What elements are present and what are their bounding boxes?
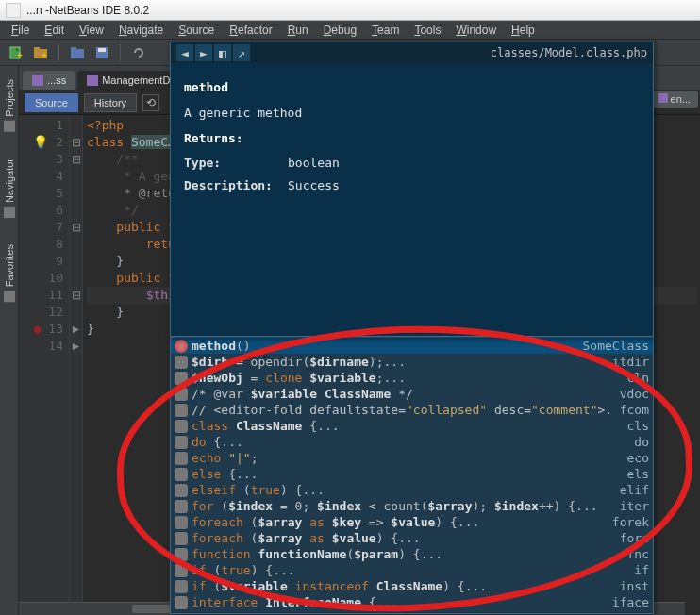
completion-item[interactable]: /* @var $variable ClassName */vdoc (171, 386, 653, 402)
menu-help[interactable]: Help (504, 22, 542, 39)
menu-team[interactable]: Team (364, 22, 407, 39)
window-titlebar[interactable]: ...n - NetBeans IDE 8.0.2 (0, 0, 700, 21)
template-icon (175, 468, 188, 481)
menu-view[interactable]: View (72, 22, 111, 39)
left-tool-window-bar: ProjectsNavigatorFavorites (0, 66, 19, 615)
completion-item[interactable]: class ClassName {...cls (171, 418, 653, 434)
tooltip-nav: ◄ ► ◧ ↗ classes/Model.class.php (171, 42, 653, 63)
completion-item[interactable]: function functionName($param) {...fnc (171, 546, 653, 562)
menu-run[interactable]: Run (280, 22, 316, 39)
undo-button[interactable] (128, 42, 149, 63)
completion-item[interactable]: if ($variable instanceof ClassName) {...… (171, 578, 653, 594)
tooltip-row-label: Description: (184, 176, 288, 196)
file-tab[interactable]: en... (651, 91, 698, 108)
tooltip-external-button[interactable]: ↗ (233, 44, 250, 61)
method-icon (175, 340, 188, 353)
svg-rect-6 (71, 47, 76, 50)
completion-item[interactable]: method()SomeClass (171, 338, 653, 354)
completion-item[interactable]: if (true) {...if (171, 562, 653, 578)
tooltip-row-value: Success (288, 176, 340, 196)
template-icon (175, 516, 188, 529)
tooltip-window-button[interactable]: ◧ (214, 44, 231, 61)
menu-file[interactable]: File (4, 22, 37, 39)
menu-source[interactable]: Source (171, 22, 222, 39)
save-all-button[interactable] (92, 42, 112, 63)
menu-bar: FileEditViewNavigateSourceRefactorRunDeb… (0, 21, 700, 40)
toolbar-separator (120, 44, 121, 61)
app-icon (6, 3, 21, 18)
svg-rect-3 (34, 47, 40, 50)
menu-window[interactable]: Window (448, 22, 504, 39)
svg-rect-5 (71, 49, 84, 58)
app-title: NetBeans IDE 8.0.2 (49, 4, 149, 17)
template-icon (175, 372, 188, 385)
template-icon (175, 580, 188, 593)
tooltip-back-button[interactable]: ◄ (176, 44, 193, 61)
tooltip-path: classes/Model.class.php (491, 46, 647, 59)
template-icon (175, 356, 188, 369)
template-icon (175, 596, 188, 609)
template-icon (175, 548, 188, 561)
tooltip-forward-button[interactable]: ► (195, 44, 212, 61)
doc-tooltip: ◄ ► ◧ ↗ classes/Model.class.php method A… (170, 42, 654, 337)
side-tab-navigator[interactable]: Navigator (2, 155, 17, 222)
template-icon (175, 532, 188, 545)
subtab-source[interactable]: Source (25, 93, 78, 112)
completion-item[interactable]: $newObj = clone $variable;...cln (171, 370, 653, 386)
new-file-button[interactable]: + (6, 42, 26, 63)
menu-navigate[interactable]: Navigate (111, 22, 171, 39)
menu-debug[interactable]: Debug (316, 22, 364, 39)
completion-popup[interactable]: method()SomeClass$dirh = opendir($dirnam… (170, 337, 654, 614)
menu-edit[interactable]: Edit (37, 22, 72, 39)
template-icon (175, 452, 188, 465)
tooltip-row-value: boolean (288, 154, 340, 174)
template-icon (175, 420, 188, 433)
open-project-button[interactable] (67, 42, 88, 63)
completion-item[interactable]: $dirh = opendir($dirname);...itdir (171, 354, 653, 370)
tooltip-returns-heading: Returns: (184, 129, 640, 149)
file-tab[interactable]: ...ss (23, 71, 75, 90)
line-number-gutter: 1💡 23456789101112● 1314 (19, 115, 70, 615)
new-project-button[interactable]: + (30, 42, 51, 63)
completion-item[interactable]: elseif (true) {...elif (171, 482, 653, 498)
tooltip-summary: A generic method (184, 104, 640, 124)
template-icon (175, 436, 188, 449)
tooltip-row-label: Type: (184, 154, 288, 174)
subtab-icon[interactable]: ⟲ (142, 94, 159, 111)
completion-item[interactable]: foreach ($array as $value) {...fore (171, 530, 653, 546)
template-icon (175, 404, 188, 417)
completion-item[interactable]: do {...do (171, 434, 653, 450)
subtab-history[interactable]: History (84, 93, 137, 112)
completion-item[interactable]: foreach ($array as $key => $value) {...f… (171, 514, 653, 530)
svg-text:+: + (17, 50, 23, 60)
svg-rect-8 (98, 48, 106, 52)
menu-tools[interactable]: Tools (407, 22, 448, 39)
completion-item[interactable]: // <editor-fold defaultstate="collapsed"… (171, 402, 653, 418)
toolbar-separator (58, 44, 59, 61)
side-tab-favorites[interactable]: Favorites (2, 241, 17, 306)
completion-item[interactable]: for ($index = 0; $index < count($array);… (171, 498, 653, 514)
completion-item[interactable]: else {...els (171, 466, 653, 482)
template-icon (175, 564, 188, 577)
side-tab-projects[interactable]: Projects (2, 75, 17, 136)
completion-item[interactable]: interface InterfaceName {...iface (171, 594, 653, 610)
template-icon (175, 500, 188, 513)
fold-gutter[interactable]: ⊟⊟⊟⊟►► (70, 115, 83, 615)
title-prefix: ...n - (26, 4, 49, 17)
svg-text:+: + (42, 50, 47, 60)
template-icon (175, 388, 188, 401)
template-icon (175, 484, 188, 497)
menu-refactor[interactable]: Refactor (222, 22, 279, 39)
tooltip-title: method (184, 78, 640, 98)
completion-item[interactable]: echo "|";eco (171, 450, 653, 466)
